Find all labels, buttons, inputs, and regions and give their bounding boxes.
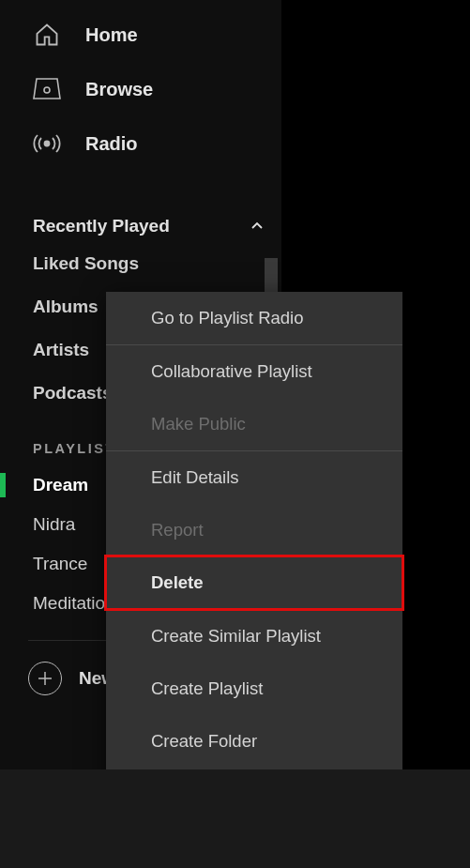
sidebar-item-liked-songs[interactable]: Liked Songs bbox=[0, 242, 281, 285]
nav-radio[interactable]: Radio bbox=[0, 116, 281, 171]
radio-icon bbox=[33, 129, 61, 158]
ctx-create-folder[interactable]: Create Folder bbox=[106, 715, 402, 768]
ctx-make-public: Make Public bbox=[106, 398, 402, 450]
svg-point-1 bbox=[45, 142, 50, 146]
player-footer bbox=[0, 769, 470, 868]
ctx-collaborative-playlist[interactable]: Collaborative Playlist bbox=[106, 345, 402, 398]
chevron-up-icon bbox=[250, 219, 265, 234]
ctx-go-to-playlist-radio[interactable]: Go to Playlist Radio bbox=[106, 292, 402, 344]
scrollbar-thumb[interactable] bbox=[265, 258, 278, 292]
recently-played-label: Recently Played bbox=[33, 216, 170, 236]
ctx-delete[interactable]: Delete bbox=[106, 556, 402, 609]
svg-point-0 bbox=[44, 87, 50, 93]
home-icon bbox=[33, 21, 61, 49]
ctx-report: Report bbox=[106, 504, 402, 556]
nav-browse-label: Browse bbox=[85, 79, 153, 100]
nav-home-label: Home bbox=[85, 24, 138, 46]
plus-icon bbox=[28, 662, 62, 695]
ctx-create-similar-playlist[interactable]: Create Similar Playlist bbox=[106, 610, 402, 662]
browse-icon bbox=[33, 75, 61, 103]
ctx-create-playlist[interactable]: Create Playlist bbox=[106, 662, 402, 715]
nav-radio-label: Radio bbox=[85, 133, 138, 155]
ctx-edit-details[interactable]: Edit Details bbox=[106, 451, 402, 504]
nav-main: Home Browse Radio bbox=[0, 8, 281, 199]
nav-home[interactable]: Home bbox=[0, 8, 281, 62]
recently-played-header[interactable]: Recently Played bbox=[0, 216, 281, 236]
nav-browse[interactable]: Browse bbox=[0, 62, 281, 116]
